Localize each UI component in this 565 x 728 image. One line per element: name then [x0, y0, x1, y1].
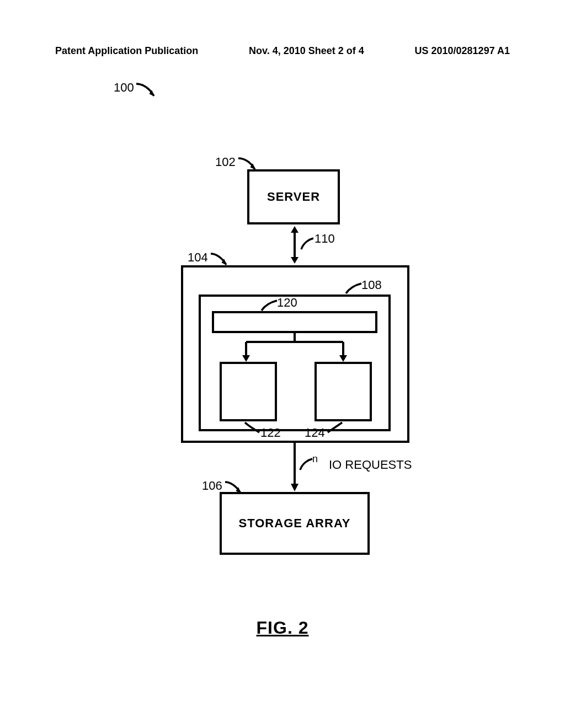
figure-caption: FIG. 2 [0, 618, 565, 638]
leader-108 [345, 282, 363, 296]
box-storage-array: STORAGE ARRAY [220, 492, 370, 555]
leader-110 [300, 237, 316, 253]
ref-110: 110 [315, 232, 335, 246]
ref-124: 124 [305, 426, 325, 440]
ref-122: 122 [260, 426, 281, 440]
header-publication-type: Patent Application Publication [55, 45, 198, 57]
io-requests-label: IO REQUESTS [329, 458, 412, 472]
ref-120: 120 [277, 296, 297, 310]
arrow-io-requests [289, 443, 300, 493]
svg-marker-3 [291, 226, 299, 233]
ref-106: 106 [202, 479, 222, 493]
ref-102: 102 [215, 155, 236, 169]
box-122 [220, 362, 277, 421]
splitter-arrows [212, 333, 377, 364]
arrow-110-bidir [289, 224, 300, 265]
ref-108: 108 [361, 278, 382, 292]
box-124 [315, 362, 372, 421]
leader-124 [327, 421, 343, 435]
box-server: SERVER [247, 169, 340, 224]
svg-marker-11 [339, 355, 347, 362]
header-pub-number: US 2010/0281297 A1 [415, 45, 510, 57]
leader-122 [244, 421, 260, 435]
label-storage-array: STORAGE ARRAY [222, 516, 367, 531]
leader-100 [135, 83, 157, 99]
ref-104: 104 [188, 250, 208, 265]
label-server: SERVER [249, 190, 338, 204]
header-date-sheet: Nov. 4, 2010 Sheet 2 of 4 [249, 45, 364, 57]
svg-marker-4 [291, 257, 299, 264]
svg-marker-13 [291, 484, 299, 491]
ref-100: 100 [114, 81, 134, 95]
box-120 [212, 311, 377, 333]
page-header: Patent Application Publication Nov. 4, 2… [0, 45, 565, 57]
ref-n: n [312, 453, 318, 465]
svg-marker-9 [242, 355, 250, 362]
